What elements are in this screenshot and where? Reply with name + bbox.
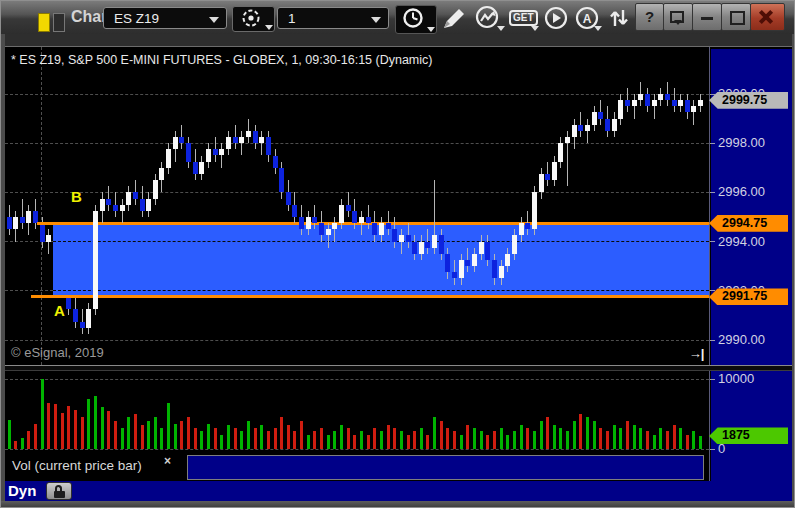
volume-bar: [619, 428, 622, 449]
volume-bar: [154, 417, 157, 449]
chart-window: Chart ES Z19 1: [0, 0, 795, 508]
volume-bar: [180, 421, 183, 449]
volume-bar: [579, 414, 582, 449]
time-axis[interactable]: [5, 481, 792, 501]
candle-body: [445, 254, 450, 272]
candle-body: [399, 235, 404, 241]
chart-title: * ES Z19, S&P 500 E-MINI FUTURES - GLOBE…: [11, 53, 432, 67]
zone-gridline: [53, 290, 709, 291]
close-indicator-icon[interactable]: ×: [164, 454, 171, 468]
candle-body: [332, 223, 337, 229]
candle-body: [186, 143, 191, 161]
candle-body: [512, 235, 517, 253]
candle-body: [80, 322, 85, 328]
candle-wick: [654, 94, 655, 119]
volume-bar: [593, 421, 596, 449]
volume-bar: [14, 441, 17, 449]
candle-body: [159, 168, 164, 180]
go-to-latest-icon[interactable]: →|: [685, 346, 707, 363]
swing-label: B: [71, 188, 82, 205]
volume-bar: [141, 425, 144, 449]
candle-body: [658, 94, 663, 100]
candle-body: [279, 168, 284, 193]
candle-body: [585, 125, 590, 131]
volume-bar: [606, 431, 609, 449]
candle-body: [499, 266, 504, 278]
candle-body: [306, 217, 311, 229]
volume-indicator-label: Vol (current price bar): [12, 458, 142, 473]
candle-body: [645, 94, 650, 106]
volume-bar: [559, 428, 562, 449]
price-tick: [710, 143, 715, 144]
volume-bar: [613, 425, 616, 449]
volume-bar: [293, 431, 296, 449]
candle-wick: [334, 217, 335, 242]
candle-body: [638, 94, 643, 100]
volume-bar: [27, 431, 30, 449]
volume-bar: [387, 425, 390, 449]
volume-bar: [646, 431, 649, 449]
volume-bar: [659, 428, 662, 449]
price-flag: 2991.75: [709, 288, 788, 305]
volume-bar: [267, 431, 270, 449]
candle-body: [253, 131, 258, 143]
pane-splitter[interactable]: [5, 365, 792, 371]
volume-bar: [47, 403, 50, 449]
candle-body: [439, 235, 444, 253]
candle-body: [492, 260, 497, 278]
candle-body: [319, 223, 324, 235]
volume-bar: [8, 420, 11, 449]
lock-button[interactable]: [46, 482, 72, 500]
candle-body: [140, 199, 145, 211]
volume-bar: [653, 435, 656, 449]
volume-bar: [533, 431, 536, 449]
candle-body: [598, 112, 603, 118]
candle-body: [326, 229, 331, 235]
volume-bar: [260, 425, 263, 449]
volume-bar: [413, 431, 416, 449]
volume-bar: [307, 435, 310, 449]
candle-body: [213, 149, 218, 155]
candle-body: [479, 242, 484, 254]
volume-bar: [553, 425, 556, 449]
candle-body: [592, 112, 597, 124]
volume-bar: [240, 431, 243, 449]
chart-stage: BA3000.002998.002996.002994.002992.00299…: [1, 1, 795, 508]
volume-bar: [313, 431, 316, 449]
volume-bar: [61, 413, 64, 449]
volume-bar: [573, 421, 576, 449]
volume-bar: [633, 425, 636, 449]
price-tick: [710, 192, 715, 193]
volume-bar: [247, 421, 250, 449]
volume-bar: [453, 431, 456, 449]
candle-body: [312, 217, 317, 223]
candle-body: [120, 205, 125, 211]
candle-body: [299, 217, 304, 229]
candle-wick: [261, 131, 262, 156]
volume-bar: [480, 431, 483, 449]
candle-body: [452, 272, 457, 278]
volume-bar: [160, 428, 163, 449]
volume-bar: [546, 417, 549, 449]
volume-bar: [466, 425, 469, 449]
candle-body: [392, 229, 397, 241]
price-tick: [710, 290, 715, 291]
candle-body: [13, 217, 18, 229]
candle-body: [166, 149, 171, 167]
volume-bar: [220, 435, 223, 449]
candle-body: [239, 137, 244, 143]
candle-body: [612, 119, 617, 131]
candle-body: [146, 199, 151, 211]
candle-body: [691, 106, 696, 112]
volume-bar: [513, 431, 516, 449]
volume-bar: [327, 435, 330, 449]
candle-body: [672, 100, 677, 106]
candle-body: [372, 223, 377, 235]
candle-body: [20, 217, 25, 223]
candle-body: [352, 211, 357, 223]
candle-body: [685, 100, 690, 112]
volume-bar: [87, 399, 90, 449]
candle-body: [545, 174, 550, 180]
candle-body: [572, 125, 577, 137]
candle-body: [359, 217, 364, 223]
